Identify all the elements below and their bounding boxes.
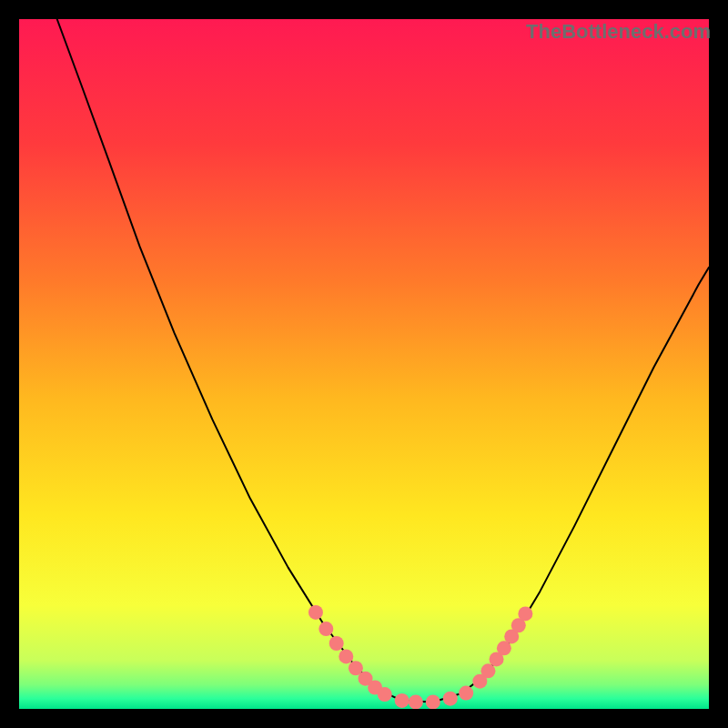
gradient-background [19,19,709,709]
marker-dot [409,694,423,709]
watermark-text: TheBottleneck.com [526,20,711,44]
marker-dot [459,686,473,701]
chart-svg [19,19,709,709]
marker-dot [395,693,410,708]
marker-dot [518,606,532,621]
marker-dot [426,694,440,709]
marker-dot [329,636,344,651]
marker-dot [378,687,392,702]
marker-dot [318,622,333,636]
marker-dot [339,649,353,663]
plot-area [19,19,709,709]
marker-dot [308,605,323,620]
marker-dot [480,663,495,678]
marker-dot [443,692,458,706]
